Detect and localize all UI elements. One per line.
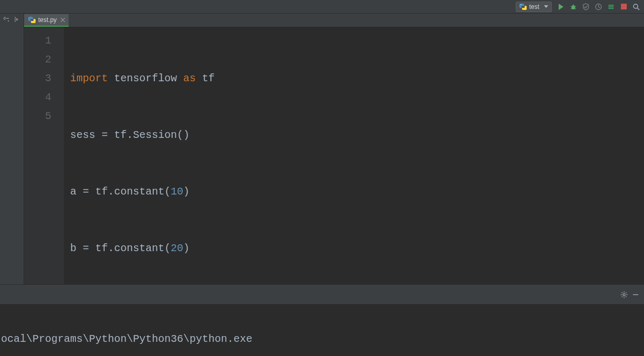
line-number: 5 [24,107,51,126]
show-icon[interactable] [13,15,21,24]
svg-line-10 [598,7,600,8]
line-number-gutter: 1 2 3 4 5 [24,27,64,284]
run-icon[interactable] [555,1,567,13]
line-number: 2 [24,50,51,69]
gear-icon[interactable] [620,290,628,299]
hide-icon[interactable] [631,290,640,299]
svg-line-5 [575,6,576,7]
svg-line-28 [626,292,627,293]
svg-line-16 [637,8,639,10]
svg-point-0 [520,4,521,4]
code-line[interactable]: import tensorflow as tf [70,69,644,88]
svg-point-21 [623,294,625,296]
svg-line-4 [571,6,572,7]
svg-line-7 [575,8,576,9]
top-toolbar: test [0,0,644,14]
python-file-icon [28,16,36,24]
run-config-dropdown[interactable]: test [516,2,552,12]
svg-point-2 [572,5,575,9]
tab-bar: test.py [24,14,644,27]
svg-rect-14 [621,4,627,9]
line-number: 1 [24,31,51,50]
code-line[interactable]: a = tf.constant(10) [70,182,644,201]
left-gutter [0,14,24,305]
line-number: 4 [24,88,51,107]
python-config-icon [519,3,527,10]
tab-label: test.py [38,16,57,24]
svg-point-17 [8,20,9,21]
svg-line-26 [621,292,623,293]
code-line[interactable]: sess = tf.Session() [70,126,644,145]
svg-line-6 [571,8,572,9]
svg-line-29 [621,296,623,297]
code-line[interactable]: b = tf.constant(20) [70,239,644,258]
terminal-output[interactable]: ocal\Programs\Python\Python36\python.exe [0,305,644,356]
svg-point-15 [634,4,638,8]
code-area[interactable]: import tensorflow as tf sess = tf.Sessio… [64,27,644,284]
editor[interactable]: 1 2 3 4 5 import tensorflow as tf sess =… [24,27,644,284]
close-icon[interactable] [60,17,65,23]
chevron-down-icon [544,5,548,9]
search-everywhere-icon[interactable] [630,1,642,13]
terminal-line: ocal\Programs\Python\Python36\python.exe [1,333,644,345]
profile-icon[interactable] [593,1,604,13]
svg-line-27 [626,296,627,297]
tool-window-header[interactable] [0,284,644,305]
toolbar-actions [555,1,642,13]
tab-test-py[interactable]: test.py [24,14,69,27]
debug-icon[interactable] [568,1,579,13]
config-icon[interactable] [605,1,617,13]
stop-icon[interactable] [618,1,629,13]
collapse-icon[interactable] [2,15,10,24]
svg-point-1 [525,8,525,9]
coverage-icon[interactable] [580,1,592,13]
run-config-label: test [529,3,539,10]
line-number: 3 [24,69,51,88]
